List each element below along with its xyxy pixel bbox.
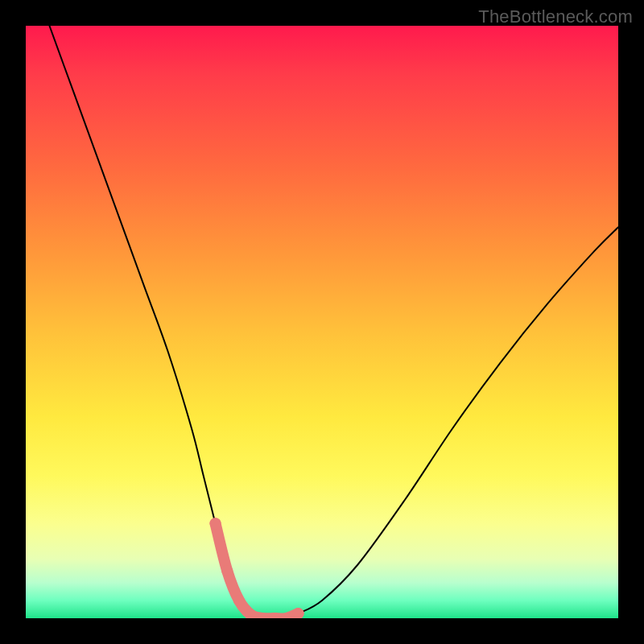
curve-bottleneck-curve [49, 26, 618, 618]
watermark-text: TheBottleneck.com [478, 6, 633, 27]
chart-svg [26, 26, 618, 618]
chart-frame: TheBottleneck.com [0, 0, 644, 644]
plot-area [26, 26, 618, 618]
overlay-dot [210, 518, 221, 529]
overlay-dot [233, 595, 245, 606]
overlay-dot [221, 565, 233, 576]
